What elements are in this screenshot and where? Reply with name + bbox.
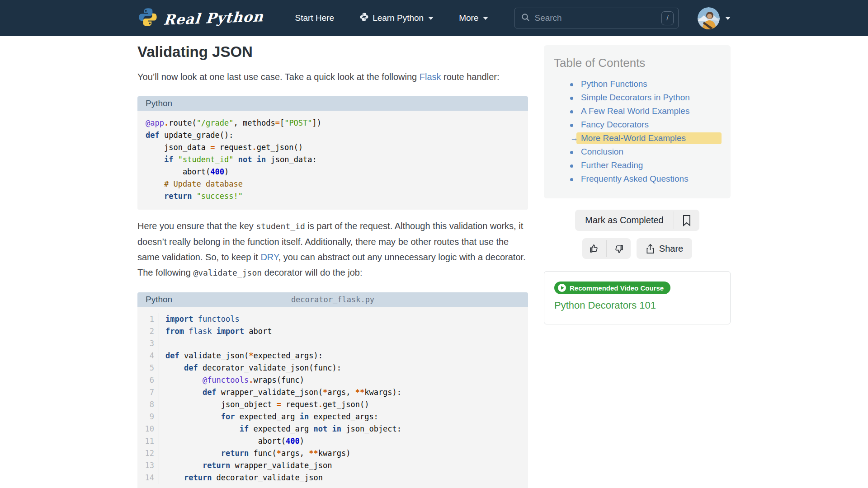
toc-heading: Table of Contents <box>554 56 722 70</box>
code-text: for expected_arg in expected_args: <box>159 411 378 423</box>
feedback-row: Share <box>582 238 692 259</box>
user-menu[interactable] <box>698 7 731 29</box>
code-line: 3 <box>137 338 528 350</box>
nav-learn-python-label: Learn Python <box>373 13 424 23</box>
toc-item: Frequently Asked Questions <box>570 172 722 186</box>
code-line: 14 return decorator_validate_json <box>137 472 528 484</box>
code-line: 2from flask import abort <box>137 325 528 338</box>
line-number: 8 <box>137 399 159 411</box>
mark-as-completed-button[interactable]: Mark as Completed <box>575 210 699 231</box>
bullet-icon <box>570 147 581 157</box>
line-number: 13 <box>137 460 159 472</box>
python-mini-icon <box>359 12 369 24</box>
share-label: Share <box>659 244 683 254</box>
toc-item: Simple Decorators in Python <box>570 91 722 104</box>
nav-start-here[interactable]: Start Here <box>283 13 347 23</box>
nav-learn-python[interactable]: Learn Python <box>347 12 446 24</box>
code-line: 13 return wrapper_validate_json <box>137 460 528 472</box>
line-number: 7 <box>137 386 159 399</box>
toc-link[interactable]: Python Functions <box>581 79 647 89</box>
code-text: def wrapper_validate_json(*args, **kwarg… <box>159 386 401 399</box>
line-number: 10 <box>137 423 159 435</box>
code-body: 1import functools2from flask import abor… <box>137 307 528 488</box>
code-text: abort(400) <box>159 435 304 447</box>
inline-code: @validate_json <box>193 268 262 277</box>
video-badge: Recommended Video Course <box>554 282 670 294</box>
code-text: return decorator_validate_json <box>159 472 323 484</box>
code-line: # Update database <box>137 178 528 190</box>
real-python-logo[interactable]: Real Python <box>137 7 264 29</box>
search-icon <box>521 13 530 23</box>
code-line: 7 def wrapper_validate_json(*args, **kwa… <box>137 386 528 399</box>
toc-item: Python Functions <box>570 77 722 91</box>
explanation-paragraph: Here you ensure that the key student_id … <box>137 218 528 281</box>
toc-item: Fancy Decorators <box>570 118 722 131</box>
toc-link[interactable]: A Few Real World Examples <box>581 106 689 116</box>
article-actions: Mark as Completed <box>544 210 731 259</box>
search-shortcut-key: / <box>661 11 674 25</box>
video-course-link[interactable]: Python Decorators 101 <box>554 300 720 311</box>
top-navbar: Real Python Start Here Learn Python More <box>0 0 868 36</box>
thumbs-down-icon <box>616 246 621 253</box>
line-number: 4 <box>137 350 159 362</box>
share-button[interactable]: Share <box>637 238 692 259</box>
thumbs-up-icon <box>592 245 597 252</box>
line-number: 12 <box>137 447 159 460</box>
avatar[interactable] <box>698 7 720 29</box>
line-number: 11 <box>137 435 159 447</box>
brand-wordmark: Real Python <box>163 8 264 28</box>
code-text: json_data = request.get_json() <box>137 141 303 154</box>
nav-start-here-label: Start Here <box>295 13 335 23</box>
code-language-label: Python <box>146 99 172 108</box>
code-text: @app.route("/grade", methods=["POST"]) <box>137 117 321 129</box>
chevron-down-icon <box>725 17 731 20</box>
code-line: @app.route("/grade", methods=["POST"]) <box>137 117 528 129</box>
line-number: 3 <box>137 338 159 350</box>
bullet-icon <box>570 93 581 103</box>
code-text: # Update database <box>137 178 243 190</box>
code-text: def update_grade(): <box>137 129 233 141</box>
page-body: Validating JSON You’ll now look at one l… <box>137 36 731 488</box>
code-text: if "student_id" not in json_data: <box>137 154 317 166</box>
inline-link[interactable]: DRY <box>260 252 278 262</box>
page-title: Validating JSON <box>137 43 528 61</box>
code-text: return wrapper_validate_json <box>159 460 332 472</box>
nav-more[interactable]: More <box>446 13 501 23</box>
thumbs-up-button[interactable] <box>582 238 606 259</box>
line-number: 6 <box>137 374 159 386</box>
chevron-down-icon <box>428 17 434 20</box>
mark-as-completed-label: Mark as Completed <box>575 210 673 231</box>
toc-link[interactable]: Simple Decorators in Python <box>581 93 690 103</box>
line-number: 2 <box>137 325 159 338</box>
bookmark-button[interactable] <box>674 210 699 231</box>
bullet-icon <box>570 174 581 184</box>
code-text: return func(*args, **kwargs) <box>159 447 350 460</box>
toc-link[interactable]: Conclusion <box>581 147 623 157</box>
primary-nav: Start Here Learn Python More <box>283 12 501 24</box>
line-number: 9 <box>137 411 159 423</box>
bullet-icon <box>570 79 581 89</box>
code-line: 5 def decorator_validate_json(func): <box>137 362 528 374</box>
thumbs-down-button[interactable] <box>607 238 631 259</box>
text-span: You’ll now look at one last use case. Ta… <box>137 72 420 82</box>
toc-link[interactable]: Further Reading <box>581 160 643 170</box>
toc-link[interactable]: Fancy Decorators <box>581 120 649 130</box>
code-block-header: Python <box>137 96 528 111</box>
code-line: 9 for expected_arg in expected_args: <box>137 411 528 423</box>
code-block-flask-route: Python @app.route("/grade", methods=["PO… <box>137 96 528 210</box>
code-text <box>159 338 165 350</box>
toc-item: A Few Real World Examples <box>570 104 722 118</box>
toc-item: Conclusion <box>570 145 722 159</box>
search-input[interactable] <box>534 13 661 23</box>
search-box[interactable]: / <box>514 8 679 28</box>
recommended-video-card: Recommended Video Course Python Decorato… <box>544 271 731 324</box>
video-badge-label: Recommended Video Course <box>570 284 664 292</box>
toc-item-active: →More Real-World Examples <box>570 131 722 145</box>
code-text: def validate_json(*expected_args): <box>159 350 323 362</box>
inline-link[interactable]: Flask <box>420 72 441 82</box>
code-line: def update_grade(): <box>137 129 528 141</box>
toc-link[interactable]: More Real-World Examples <box>576 132 722 144</box>
code-text: abort(400) <box>137 166 229 178</box>
toc-link[interactable]: Frequently Asked Questions <box>581 174 689 184</box>
code-line: 11 abort(400) <box>137 435 528 447</box>
